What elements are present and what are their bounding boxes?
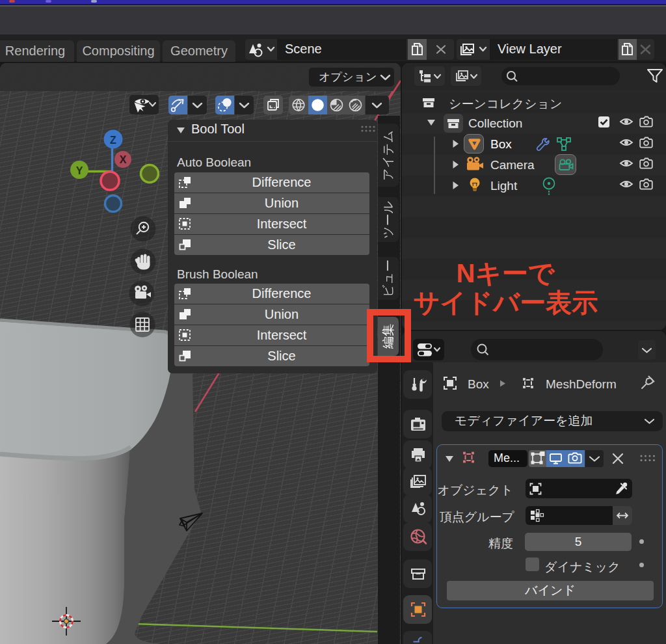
- svg-text:Z: Z: [110, 135, 116, 146]
- svg-text:Y: Y: [76, 165, 83, 176]
- svg-text:X: X: [120, 154, 127, 165]
